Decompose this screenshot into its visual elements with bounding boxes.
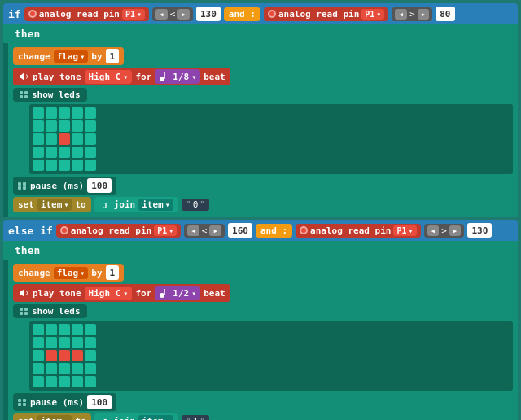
led-2-2-1[interactable] [46,350,57,361]
led-2-2-3[interactable] [72,350,83,361]
led-2-3-2[interactable] [59,363,70,374]
pin-selector-2[interactable]: P1 [361,9,384,20]
item-dropdown-2[interactable]: item [138,199,173,211]
item-dropdown-3[interactable]: item [37,415,72,420]
item-dropdown-4[interactable]: item [138,415,173,420]
by-value-1[interactable]: 1 [106,49,120,63]
note-selector-2[interactable]: High C [85,287,133,300]
led-1-2-3[interactable] [72,133,83,145]
led-2-4-2[interactable] [59,376,70,387]
led-1-0-4[interactable] [85,107,96,119]
led-2-4-4[interactable] [85,376,96,387]
led-2-2-0[interactable] [33,350,44,361]
led-2-0-1[interactable] [46,324,57,335]
led-2-4-3[interactable] [72,376,83,387]
string-value-2[interactable]: " 1 " [182,415,210,420]
then-row-2: then [3,241,518,260]
led-2-0-0[interactable] [33,324,44,335]
beats-selector-1[interactable]: 1/8 [155,69,200,84]
led-row-1-2 [33,133,510,145]
show-leds-row-2: show leds [13,304,513,318]
value-160[interactable]: 160 [228,223,252,238]
flag-dropdown-1[interactable]: flag [54,50,89,63]
else-if-block: else if analog read pin P1 ◂ < ▸ 160 and… [3,220,518,420]
led-2-0-3[interactable] [72,324,83,335]
led-1-2-4[interactable] [85,133,96,145]
led-2-1-2[interactable] [59,337,70,348]
pause-value-1[interactable]: 100 [87,178,112,193]
led-1-3-4[interactable] [85,147,96,158]
beat-label-2: beat [204,288,225,299]
grid-icon-1 [20,91,28,98]
led-2-0-2[interactable] [59,324,70,335]
item-dropdown-1[interactable]: item [37,199,72,211]
led-1-2-0[interactable] [33,133,44,145]
join-label-2: join [114,416,136,420]
pin-selector-4[interactable]: P1 [393,225,416,236]
pause-row-1: pause (ms) 100 [13,177,513,195]
led-1-1-4[interactable] [85,120,96,132]
led-1-0-1[interactable] [46,107,57,119]
led-2-4-0[interactable] [33,376,44,387]
pin-selector-1[interactable]: P1 [122,9,145,20]
led-2-2-4[interactable] [85,350,96,361]
led-2-3-4[interactable] [85,363,96,374]
pin-selector-3[interactable]: P1 [154,225,177,236]
led-row-1-3 [33,147,510,158]
comp-right-1[interactable]: ▸ [177,9,190,20]
string-value-1[interactable]: " 0 " [182,199,210,211]
led-1-1-0[interactable] [33,120,44,132]
note-selector-1[interactable]: High C [85,70,133,84]
comp-right-2[interactable]: ▸ [418,9,430,20]
comp-right-4[interactable]: ▸ [449,225,462,236]
led-1-4-0[interactable] [33,160,44,171]
value-130[interactable]: 130 [196,7,221,21]
led-1-0-2[interactable] [59,107,70,119]
then-content-2: change flag by 1 play tone High C [3,260,518,420]
led-1-4-1[interactable] [46,160,57,171]
play-tone-row-2: play tone High C for 1/2 beat [13,284,513,302]
led-2-3-3[interactable] [72,363,83,374]
led-2-3-0[interactable] [33,363,44,374]
led-1-3-2[interactable] [59,147,70,158]
led-1-1-1[interactable] [46,120,57,132]
led-1-0-3[interactable] [72,107,83,119]
led-1-1-3[interactable] [72,120,83,132]
comparator-block-2: ◂ > ▸ [392,7,432,21]
led-1-0-0[interactable] [33,107,44,119]
comp-left-4[interactable]: ◂ [427,225,440,236]
led-1-3-0[interactable] [33,147,44,158]
led-1-3-3[interactable] [72,147,83,158]
join-block-2: J join item [94,413,178,420]
led-2-2-2[interactable] [59,350,70,361]
comp-left-1[interactable]: ◂ [155,9,168,20]
value-80[interactable]: 80 [436,7,454,21]
led-1-4-4[interactable] [85,160,96,171]
led-1-4-2[interactable] [59,160,70,171]
led-1-3-1[interactable] [46,147,57,158]
flag-dropdown-2[interactable]: flag [54,267,89,279]
by-value-2[interactable]: 1 [106,265,120,280]
beats-selector-2[interactable]: 1/2 [155,286,200,300]
comp-left-3[interactable]: ◂ [187,225,199,236]
led-2-1-0[interactable] [33,337,44,348]
led-2-0-4[interactable] [85,324,96,335]
and-label-1: and : [224,7,260,21]
led-1-2-2[interactable] [59,133,70,145]
quote-close-2: " [199,417,204,420]
value-130-2[interactable]: 130 [467,223,492,238]
led-1-1-2[interactable] [59,120,70,132]
led-1-2-1[interactable] [46,133,57,145]
comp-right-3[interactable]: ▸ [209,225,221,236]
set-label-2: set [18,416,34,420]
led-2-3-1[interactable] [46,363,57,374]
led-2-4-1[interactable] [46,376,57,387]
pause-value-2[interactable]: 100 [87,395,112,409]
if-keyword-1: if [8,8,21,20]
comp-left-2[interactable]: ◂ [395,9,407,20]
led-2-1-4[interactable] [85,337,96,348]
led-1-4-3[interactable] [72,160,83,171]
led-2-1-3[interactable] [72,337,83,348]
led-2-1-1[interactable] [46,337,57,348]
analog-icon-2 [268,10,276,18]
